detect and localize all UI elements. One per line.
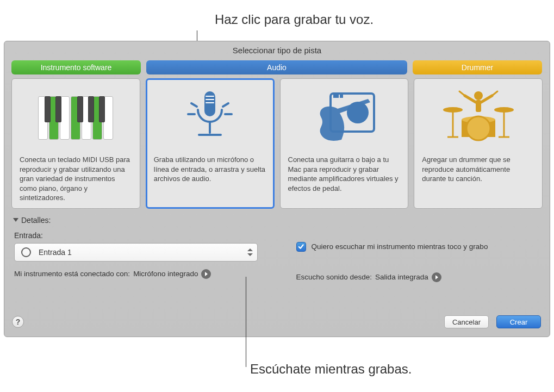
create-button[interactable]: Crear xyxy=(496,315,541,328)
input-connected-value: Micrófono integrado xyxy=(133,270,198,278)
card-software-instrument[interactable]: Conecta un teclado MIDI USB para reprodu… xyxy=(11,78,140,209)
card-audio-guitar[interactable]: Conecta una guitarra o bajo a tu Mac par… xyxy=(280,78,409,209)
popup-arrows-icon xyxy=(247,248,253,256)
svg-line-9 xyxy=(223,103,228,107)
track-type-chooser-window: Seleccionar tipo de pista Instrumento so… xyxy=(4,41,550,337)
details-disclosure[interactable]: Detalles: xyxy=(13,216,51,225)
tab-bar: Instrumento software Audio Drummer xyxy=(4,60,550,74)
card-software-desc: Conecta un teclado MIDI USB para reprodu… xyxy=(16,153,135,203)
footer-bar: ? Cancelar Crear xyxy=(8,310,546,333)
svg-line-19 xyxy=(492,91,497,96)
cancel-button[interactable]: Cancelar xyxy=(444,315,489,328)
tab-drummer[interactable]: Drummer xyxy=(413,60,542,74)
input-connected-prefix: Mi instrumento está conectado con: xyxy=(14,270,130,278)
svg-line-7 xyxy=(191,103,197,107)
tab-audio[interactable]: Audio xyxy=(146,60,407,74)
input-label: Entrada: xyxy=(14,231,258,240)
svg-rect-13 xyxy=(340,95,343,98)
tab-software-instrument[interactable]: Instrumento software xyxy=(11,60,141,74)
window-title: Seleccionar tipo de pista xyxy=(4,41,550,60)
svg-line-17 xyxy=(481,96,492,102)
card-mic-desc: Graba utilizando un micrófono o línea de… xyxy=(151,153,270,184)
svg-point-14 xyxy=(474,91,483,100)
input-selected-value: Entrada 1 xyxy=(39,248,247,257)
output-value: Salida integrada xyxy=(375,273,428,281)
card-row: Conecta un teclado MIDI USB para reprodu… xyxy=(4,74,550,209)
input-settings-arrow[interactable] xyxy=(201,269,211,279)
help-button[interactable]: ? xyxy=(12,316,24,328)
callout-bottom-text: Escúchate mientras grabas. xyxy=(250,362,412,377)
monitor-checkbox-label: Quiero escuchar mi instrumento mientras … xyxy=(312,242,488,251)
disclosure-triangle-icon xyxy=(13,218,18,222)
card-drummer[interactable]: Agregar un drummer que se reproduce auto… xyxy=(414,78,543,209)
input-select[interactable]: Entrada 1 xyxy=(14,243,258,262)
svg-line-16 xyxy=(465,96,476,102)
monitoring-column: Quiero escuchar mi instrumento mientras … xyxy=(296,231,540,282)
card-guitar-desc: Conecta una guitarra o bajo a tu Mac par… xyxy=(285,153,404,193)
details-body: Entrada: Entrada 1 Mi instrumento está c… xyxy=(4,225,550,282)
callout-top-text: Haz clic para grabar tu voz. xyxy=(215,12,374,27)
guitar-amp-icon xyxy=(285,83,404,153)
drummer-icon xyxy=(419,83,538,153)
output-prefix: Escucho sonido desde: xyxy=(296,273,372,281)
svg-line-18 xyxy=(459,91,465,96)
card-drummer-desc: Agregar un drummer que se reproduce auto… xyxy=(419,153,538,184)
keyboard-icon xyxy=(16,83,135,153)
mono-channel-icon xyxy=(21,247,31,257)
output-settings-arrow[interactable] xyxy=(432,272,441,282)
card-audio-mic[interactable]: Graba utilizando un micrófono o línea de… xyxy=(146,78,275,209)
svg-rect-0 xyxy=(204,91,215,116)
svg-rect-12 xyxy=(333,95,339,98)
monitor-checkbox[interactable] xyxy=(296,242,306,252)
details-label: Detalles: xyxy=(21,216,51,225)
input-column: Entrada: Entrada 1 Mi instrumento está c… xyxy=(14,231,258,282)
microphone-icon xyxy=(151,83,270,153)
callout-bottom-leader xyxy=(246,277,246,367)
